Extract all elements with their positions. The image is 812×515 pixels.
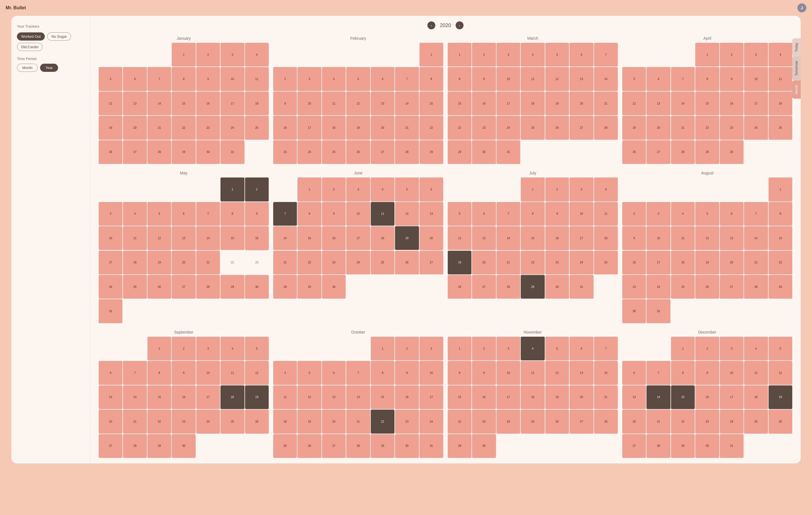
cal-day[interactable]: 19 xyxy=(395,226,419,250)
cal-day[interactable]: 22 xyxy=(768,251,792,274)
cal-day[interactable]: 22 xyxy=(221,251,244,274)
tracker-worked-out[interactable]: Worked Out xyxy=(17,32,45,40)
cal-day[interactable]: 15 xyxy=(147,385,171,409)
cal-day[interactable]: 30 xyxy=(720,140,744,164)
cal-day[interactable]: 2 xyxy=(322,178,346,201)
cal-day[interactable]: 8 xyxy=(671,361,695,385)
cal-day[interactable]: 8 xyxy=(521,202,545,226)
cal-day[interactable]: 6 xyxy=(99,361,122,385)
cal-day[interactable]: 13 xyxy=(172,226,195,250)
cal-day[interactable]: 7 xyxy=(123,361,147,385)
cal-day[interactable]: 17 xyxy=(720,385,744,409)
cal-day[interactable]: 27 xyxy=(99,434,122,458)
cal-day[interactable]: 28 xyxy=(395,140,419,164)
cal-day[interactable]: 20 xyxy=(646,116,670,140)
cal-day[interactable]: 13 xyxy=(570,67,593,91)
cal-day[interactable]: 10 xyxy=(196,361,220,385)
cal-day[interactable]: 27 xyxy=(371,140,395,164)
cal-day[interactable]: 3 xyxy=(496,43,520,66)
cal-day[interactable]: 20 xyxy=(570,92,593,115)
cal-day[interactable]: 24 xyxy=(720,410,744,433)
cal-day[interactable]: 10 xyxy=(346,202,370,226)
cal-day[interactable]: 31 xyxy=(419,434,443,458)
cal-day[interactable]: 7 xyxy=(147,67,171,91)
cal-day[interactable]: 9 xyxy=(695,361,719,385)
cal-day[interactable]: 4 xyxy=(768,43,792,66)
cal-day[interactable]: 23 xyxy=(245,251,269,274)
cal-day[interactable]: 10 xyxy=(744,67,768,91)
next-year-btn[interactable]: › xyxy=(456,22,464,29)
cal-day[interactable]: 12 xyxy=(448,226,471,250)
cal-day[interactable]: 20 xyxy=(172,251,195,274)
cal-day[interactable]: 16 xyxy=(472,92,496,115)
cal-day[interactable]: 21 xyxy=(594,92,618,115)
cal-day[interactable]: 6 xyxy=(172,202,195,226)
cal-day[interactable]: 31 xyxy=(646,299,670,323)
cal-day[interactable]: 17 xyxy=(496,385,520,409)
cal-day[interactable]: 5 xyxy=(448,202,471,226)
cal-day[interactable]: 30 xyxy=(196,140,220,164)
cal-day[interactable]: 10 xyxy=(297,92,321,115)
cal-day[interactable]: 22 xyxy=(671,410,695,433)
cal-day[interactable]: 25 xyxy=(245,116,269,140)
cal-day[interactable]: 27 xyxy=(570,410,593,433)
cal-day[interactable]: 4 xyxy=(594,178,618,201)
cal-day[interactable]: 17 xyxy=(570,226,593,250)
cal-day[interactable]: 3 xyxy=(720,337,744,360)
cal-day[interactable]: 26 xyxy=(545,116,569,140)
cal-day[interactable]: 14 xyxy=(123,385,147,409)
cal-day[interactable]: 1 xyxy=(172,43,195,66)
cal-day[interactable]: 12 xyxy=(245,361,269,385)
cal-day[interactable]: 25 xyxy=(768,116,792,140)
cal-day[interactable]: 28 xyxy=(346,434,370,458)
cal-day[interactable]: 21 xyxy=(196,251,220,274)
cal-day[interactable]: 19 xyxy=(622,116,646,140)
cal-day[interactable]: 14 xyxy=(147,92,171,115)
cal-day[interactable]: 21 xyxy=(395,116,419,140)
cal-day[interactable]: 22 xyxy=(419,116,443,140)
cal-day[interactable]: 3 xyxy=(221,43,244,66)
cal-day[interactable]: 4 xyxy=(322,67,346,91)
cal-day[interactable]: 14 xyxy=(395,92,419,115)
cal-day[interactable]: 27 xyxy=(472,275,496,299)
cal-day[interactable]: 23 xyxy=(472,116,496,140)
cal-day[interactable]: 15 xyxy=(371,385,395,409)
cal-day[interactable]: 3 xyxy=(744,43,768,66)
cal-day[interactable]: 30 xyxy=(172,434,195,458)
cal-day[interactable]: 2 xyxy=(196,43,220,66)
cal-day[interactable]: 1 xyxy=(297,178,321,201)
cal-day[interactable]: 28 xyxy=(594,116,618,140)
cal-day[interactable]: 18 xyxy=(273,410,297,433)
cal-day[interactable]: 13 xyxy=(371,92,395,115)
cal-day[interactable]: 30 xyxy=(245,275,269,299)
cal-day[interactable]: 20 xyxy=(322,410,346,433)
cal-day[interactable]: 19 xyxy=(99,116,122,140)
cal-day[interactable]: 8 xyxy=(419,67,443,91)
cal-day[interactable]: 3 xyxy=(419,337,443,360)
cal-day[interactable]: 30 xyxy=(472,434,496,458)
cal-day[interactable]: 29 xyxy=(671,434,695,458)
cal-day[interactable]: 19 xyxy=(245,385,269,409)
tab-tomorrow[interactable]: Tomorrow xyxy=(792,56,801,80)
cal-day[interactable]: 23 xyxy=(172,410,195,433)
cal-day[interactable]: 30 xyxy=(472,140,496,164)
cal-day[interactable]: 6 xyxy=(622,361,646,385)
cal-day[interactable]: 9 xyxy=(322,202,346,226)
cal-day[interactable]: 23 xyxy=(395,410,419,433)
cal-day[interactable]: 23 xyxy=(322,251,346,274)
cal-day[interactable]: 7 xyxy=(594,43,618,66)
cal-day[interactable]: 25 xyxy=(521,116,545,140)
cal-day[interactable]: 11 xyxy=(221,361,244,385)
cal-day[interactable]: 16 xyxy=(273,116,297,140)
cal-day[interactable]: 2 xyxy=(172,337,195,360)
cal-day[interactable]: 3 xyxy=(346,178,370,201)
cal-day[interactable]: 15 xyxy=(695,92,719,115)
cal-day[interactable]: 7 xyxy=(346,361,370,385)
cal-day[interactable]: 3 xyxy=(570,178,593,201)
cal-day[interactable]: 8 xyxy=(448,361,471,385)
cal-day[interactable]: 19 xyxy=(545,92,569,115)
cal-day[interactable]: 7 xyxy=(496,202,520,226)
cal-day[interactable]: 24 xyxy=(99,275,122,299)
cal-day[interactable]: 22 xyxy=(448,410,471,433)
cal-day[interactable]: 15 xyxy=(521,226,545,250)
